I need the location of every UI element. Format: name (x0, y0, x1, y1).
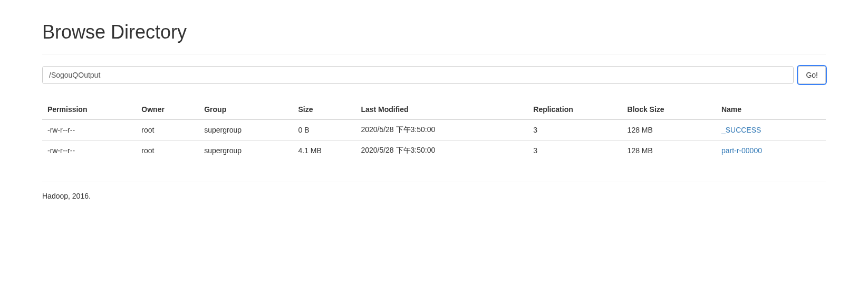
header-divider (42, 54, 826, 54)
cell-size: 4.1 MB (293, 141, 356, 161)
cell-owner: root (136, 119, 199, 141)
go-button[interactable]: Go! (798, 66, 826, 84)
footer-text: Hadoop, 2016. (42, 192, 826, 200)
page-title: Browse Directory (42, 21, 826, 43)
cell-group: supergroup (199, 119, 293, 141)
cell-name: _SUCCESS (716, 119, 826, 141)
cell-group: supergroup (199, 141, 293, 161)
col-group: Group (199, 100, 293, 119)
table-row: -rw-r--r--rootsupergroup0 B2020/5/28 下午3… (42, 119, 826, 141)
directory-table: Permission Owner Group Size Last Modifie… (42, 100, 826, 161)
footer-divider (42, 182, 826, 182)
col-size: Size (293, 100, 356, 119)
cell-last_modified: 2020/5/28 下午3:50:00 (355, 119, 528, 141)
path-row: Go! (42, 66, 826, 84)
cell-permission: -rw-r--r-- (42, 141, 136, 161)
table-header-row: Permission Owner Group Size Last Modifie… (42, 100, 826, 119)
file-link[interactable]: part-r-00000 (721, 146, 762, 155)
cell-size: 0 B (293, 119, 356, 141)
col-owner: Owner (136, 100, 199, 119)
cell-permission: -rw-r--r-- (42, 119, 136, 141)
cell-name: part-r-00000 (716, 141, 826, 161)
cell-owner: root (136, 141, 199, 161)
col-block-size: Block Size (622, 100, 716, 119)
cell-last_modified: 2020/5/28 下午3:50:00 (355, 141, 528, 161)
cell-replication: 3 (528, 119, 622, 141)
table-row: -rw-r--r--rootsupergroup4.1 MB2020/5/28 … (42, 141, 826, 161)
file-link[interactable]: _SUCCESS (721, 126, 761, 134)
col-last-modified: Last Modified (355, 100, 528, 119)
cell-replication: 3 (528, 141, 622, 161)
col-name: Name (716, 100, 826, 119)
cell-block_size: 128 MB (622, 141, 716, 161)
col-replication: Replication (528, 100, 622, 119)
path-input[interactable] (42, 66, 794, 84)
cell-block_size: 128 MB (622, 119, 716, 141)
col-permission: Permission (42, 100, 136, 119)
